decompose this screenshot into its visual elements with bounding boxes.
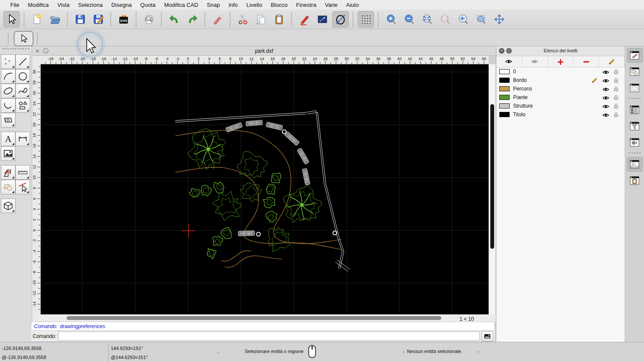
svg-text:24: 24 [32,102,36,106]
vertical-scrollbar[interactable] [489,64,495,314]
horizontal-ruler: -26-24-22-20-18-16-14-12-10-8-6-4-202468… [41,56,489,64]
horizontal-scrollbar-thumb[interactable] [67,316,441,320]
select-cursor-button[interactable] [3,11,20,27]
tool-dimension-button[interactable] [15,132,30,146]
horizontal-scrollbar[interactable]: 1 < 10 [41,316,477,320]
toolbar-drag-handle[interactable] [37,33,39,44]
pan-button[interactable] [491,11,507,27]
zoom-auto-button[interactable] [419,11,435,27]
print-preview-button[interactable] [141,11,157,27]
svg-text:14: 14 [260,57,264,61]
grid-toggle-button[interactable] [358,11,374,27]
svg-text:0: 0 [187,57,189,61]
toolbar-drag-handle[interactable] [8,33,10,44]
attributes-pencil-button[interactable] [296,11,313,27]
block-edit-button[interactable] [314,11,331,27]
keyboard-toggle-button[interactable] [481,331,493,341]
toolbar-separator [204,12,206,27]
dock-command-line-button[interactable]: > [627,157,643,172]
menu-varie[interactable]: Varie [321,2,342,8]
tool-hatch-button[interactable] [1,113,15,127]
layer-row-bordo[interactable]: Bordo [496,76,625,84]
tool-cube-3d-button[interactable] [1,199,15,213]
menu-aiuto[interactable]: Aiuto [342,2,363,8]
menu-blocco[interactable]: Blocco [267,2,292,8]
menu-snap[interactable]: Snap [203,2,224,8]
tool-measure-button[interactable] [15,165,30,180]
show-all-layers-button[interactable] [496,56,522,67]
dock-clipboard-button[interactable] [627,173,643,188]
tool-modify-button[interactable] [1,165,15,180]
copy-button[interactable]: + [253,11,269,27]
tool-image-button[interactable] [1,146,15,161]
zoom-window-button[interactable] [473,11,489,27]
menu-modifica-cad[interactable]: Modifica CAD [160,2,202,8]
remove-layer-button[interactable] [573,56,599,67]
vertical-scrollbar-thumb[interactable] [490,104,494,249]
tool-trim-button[interactable] [1,180,15,194]
menu-file[interactable]: File [6,2,24,8]
layer-row-percorsi[interactable]: Percorsi [496,84,625,93]
menu-livello[interactable]: Livello [242,2,267,8]
paste-button[interactable] [271,11,287,27]
tool-polyline-button[interactable] [1,98,15,113]
cut-button[interactable]: + [235,11,251,27]
layer-lock-icon[interactable] [613,112,620,119]
layer-lock-icon[interactable] [613,94,620,102]
svg-text:8: 8 [229,57,231,61]
layer-row-strutture[interactable]: Strutture [496,102,625,110]
tool-circle-button[interactable] [15,69,30,84]
dock-entity-list-button[interactable] [627,103,643,117]
tool-points-button[interactable]: +++ [1,54,15,69]
tool-polygon-button[interactable] [15,98,30,113]
svg-export-button[interactable]: SVG [115,11,132,27]
hide-all-layers-button[interactable] [522,56,548,67]
palette-drag-handle[interactable] [3,48,29,54]
svg-text:-4: -4 [32,250,36,253]
selection-tool-button[interactable] [14,31,33,46]
layer-color-swatch [499,112,510,117]
layer-row-0[interactable]: 0 [496,67,625,76]
menu-disegna[interactable]: Disegna [107,2,136,8]
dock-block-list-button[interactable] [627,64,643,79]
tool-ellipse-button[interactable] [1,84,15,98]
menu-seleziona[interactable]: Seleziona [74,2,107,8]
layer-row-titolo[interactable]: Titolo [496,110,625,119]
command-input[interactable] [58,332,480,341]
layer-visibility-icon[interactable] [602,112,609,120]
tool-spline-button[interactable] [15,84,30,98]
zoom-previous-button[interactable] [455,11,471,27]
dock-inspector-button[interactable] [627,135,643,150]
tool-line-button[interactable] [15,54,30,69]
tool-select-delete-button[interactable] [15,180,30,194]
zoom-out-button[interactable] [401,11,417,27]
layer-row-piante[interactable]: Piante [496,93,625,102]
save-button[interactable] [72,11,88,27]
menu-modifica[interactable]: Modifica [24,2,53,8]
menu-vista[interactable]: Vista [53,2,74,8]
redo-button[interactable] [184,11,200,27]
layer-lock-icon[interactable] [613,77,620,85]
layer-lock-icon[interactable] [613,86,620,94]
dock-library-browser-button[interactable] [627,81,643,95]
delete-eraser-button[interactable] [210,11,226,27]
edit-layer-button[interactable] [599,56,625,67]
drawing-canvas[interactable] [41,64,489,314]
zoom-in-button[interactable] [383,11,399,27]
svg-text:-20: -20 [79,57,85,61]
dock-layer-list-button[interactable] [627,48,643,63]
tool-arc-button[interactable] [1,69,15,84]
new-file-button[interactable] [29,11,45,27]
tool-text-button[interactable]: A [1,132,15,146]
layer-lock-icon[interactable] [613,103,620,111]
layer-lock-icon[interactable] [613,69,620,76]
menu-quota[interactable]: Quota [136,2,160,8]
save-as-button[interactable] [90,11,106,27]
add-layer-button[interactable] [548,56,574,67]
open-file-button[interactable] [47,11,63,27]
menu-info[interactable]: Info [224,2,242,8]
dock-filter-button[interactable] [627,119,643,133]
isometric-ellipse-button[interactable] [332,11,349,27]
undo-button[interactable] [166,11,182,27]
menu-finestra[interactable]: Finestra [292,2,321,8]
